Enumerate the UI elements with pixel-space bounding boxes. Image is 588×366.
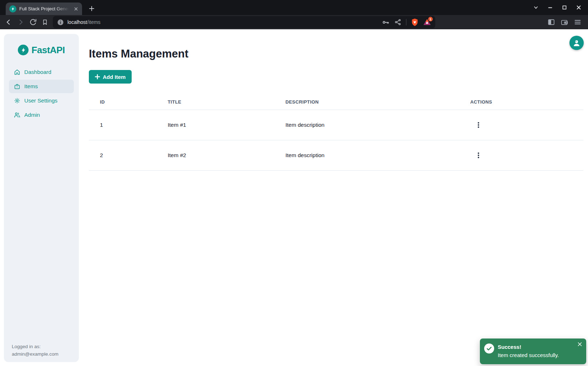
url-path: /items [87,19,100,25]
toolbar-divider [406,19,406,25]
tab-close-icon[interactable] [73,6,79,12]
logged-in-info: Logged in as: admin@example.com [12,343,59,358]
user-avatar-button[interactable] [569,36,584,50]
cell-actions [459,140,583,171]
users-icon [14,112,20,118]
toolbar-right [547,18,584,26]
wallet-icon[interactable] [561,18,568,26]
sidebar-item-label: Items [24,83,38,90]
success-toast: Success! Item created successfully. [480,339,586,364]
toast-message: Item created successfully. [498,352,559,359]
column-header-actions: ACTIONS [459,96,583,110]
url-bar[interactable]: localhost/items 1 [53,16,435,28]
window-minimize-icon[interactable] [547,5,553,11]
sidebar-nav: Dashboard Items User Settings Admin [9,65,74,122]
tab-title: Full Stack Project Genera [19,6,70,11]
sidebar-item-label: Dashboard [24,69,51,75]
cell-description: Item description [274,140,459,171]
sidebar-item-admin[interactable]: Admin [9,108,74,122]
column-header-description: DESCRIPTION [274,96,459,110]
check-circle-icon [484,344,494,354]
logged-in-email: admin@example.com [12,350,59,358]
brave-rewards-icon[interactable]: 1 [423,18,431,26]
window-maximize-icon[interactable] [561,5,567,11]
forward-icon[interactable] [16,18,25,26]
tab-search-chevron-icon[interactable] [533,5,539,11]
toast-title: Success! [498,344,559,350]
home-icon [14,69,20,75]
table-row: 1 Item #1 Item description [89,110,583,140]
cell-id: 2 [89,140,157,171]
briefcase-icon [14,83,20,90]
sidebar-item-dashboard[interactable]: Dashboard [9,65,74,79]
cell-description: Item description [274,110,459,140]
menu-hamburger-icon[interactable] [574,18,582,26]
cell-actions [459,110,583,140]
gear-icon [14,97,20,104]
cell-title: Item #1 [157,110,274,140]
window-controls [533,0,582,15]
column-header-id: ID [89,96,157,110]
browser-titlebar: Full Stack Project Genera [0,0,588,15]
add-item-button[interactable]: Add Item [89,70,132,84]
share-icon[interactable] [394,19,401,26]
sidebar-item-label: User Settings [24,97,57,104]
cell-title: Item #2 [157,140,274,171]
page-title: Items Management [89,47,583,61]
row-actions-kebab-icon[interactable] [475,121,482,129]
rewards-badge: 1 [428,17,433,21]
toast-close-icon[interactable] [577,341,583,347]
table-row: 2 Item #2 Item description [89,140,583,171]
back-icon[interactable] [4,18,13,26]
user-avatar-icon [572,38,581,47]
table-header-row: ID TITLE DESCRIPTION ACTIONS [89,96,583,110]
window-close-icon[interactable] [576,5,582,11]
fastapi-logo: FastAPI [4,44,79,56]
page-content: FastAPI Dashboard Items User Settings Ad… [0,29,588,366]
browser-toolbar: localhost/items 1 [0,15,588,29]
fastapi-favicon-icon [9,5,16,12]
main-content: Items Management Add Item ID TITLE DESCR… [89,29,583,171]
url-text: localhost/items [67,19,101,25]
sidebar-panel-icon[interactable] [547,18,555,26]
password-key-icon[interactable] [382,19,390,26]
site-info-icon[interactable] [57,19,64,26]
column-header-title: TITLE [157,96,274,110]
browser-tab[interactable]: Full Stack Project Genera [6,2,82,15]
sidebar-item-label: Admin [24,112,40,118]
sidebar-item-items[interactable]: Items [9,80,74,93]
sidebar: FastAPI Dashboard Items User Settings Ad… [4,34,79,362]
items-table: ID TITLE DESCRIPTION ACTIONS 1 Item #1 I… [89,96,583,171]
brave-shield-icon[interactable] [411,18,419,26]
sidebar-item-user-settings[interactable]: User Settings [9,94,74,107]
plus-icon [95,74,100,79]
logged-in-label: Logged in as: [12,343,59,350]
url-host: localhost [67,19,87,25]
cell-id: 1 [89,110,157,140]
reload-icon[interactable] [29,18,37,26]
new-tab-button[interactable] [87,4,96,13]
fastapi-logo-text: FastAPI [31,45,65,56]
bookmark-icon[interactable] [41,18,49,26]
fastapi-logo-icon [18,45,29,55]
row-actions-kebab-icon[interactable] [475,151,482,160]
add-item-label: Add Item [103,74,126,80]
